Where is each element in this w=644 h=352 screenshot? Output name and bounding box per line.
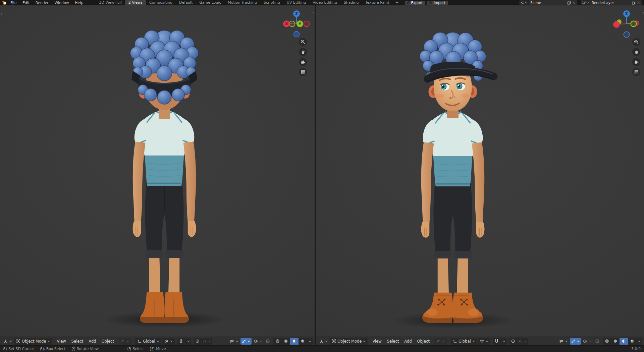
show-gizmo-toggle[interactable] <box>570 338 581 345</box>
export-button[interactable]: Export <box>405 1 425 5</box>
tab-scripting[interactable]: Scripting <box>260 0 283 5</box>
tab-2-views[interactable]: 2 Views <box>125 0 146 5</box>
menu-help[interactable]: Help <box>72 1 86 5</box>
proportional-circle-icon <box>511 339 515 343</box>
render-layer-name-field[interactable]: RenderLayer <box>590 0 642 5</box>
object-visibility-dropdown[interactable] <box>228 338 240 345</box>
toolbar-expand-icon[interactable]: › <box>1 12 2 16</box>
chevron-down-icon <box>187 340 190 342</box>
blender-logo-icon[interactable] <box>1 0 7 5</box>
menu-select[interactable]: Select <box>69 339 86 344</box>
proportional-editing-toggle[interactable] <box>194 338 201 345</box>
shading-material-preview-button[interactable] <box>620 338 628 345</box>
export-label: Export <box>411 1 423 5</box>
mode-dropdown[interactable]: Object Mode <box>330 338 368 345</box>
editor-type-dropdown[interactable] <box>318 338 329 345</box>
add-workspace-button[interactable]: + <box>392 0 401 5</box>
viewport-menus: View Select Add Object <box>54 339 117 344</box>
shading-rendered-button[interactable] <box>299 338 307 345</box>
tab-3d-view-full[interactable]: 3D View Full <box>96 0 125 5</box>
menu-file[interactable]: File <box>8 1 19 5</box>
pivot-point-dropdown[interactable] <box>478 338 490 345</box>
tab-shading[interactable]: Shading <box>340 0 362 5</box>
camera-view-icon[interactable] <box>299 58 307 66</box>
grid-ortho-icon[interactable] <box>632 68 640 76</box>
viewport-left: › ‹› <box>0 5 315 345</box>
character-model-front-view[interactable] <box>371 25 535 332</box>
pivot-point-dropdown[interactable] <box>162 338 175 345</box>
transform-orientation-dropdown[interactable]: Global <box>135 338 161 345</box>
mode-dropdown[interactable]: Object Mode <box>14 338 52 345</box>
render-layer-browse-button[interactable] <box>581 0 590 5</box>
region-corner-arrows-icon[interactable]: ‹ <box>643 11 644 14</box>
menu-window[interactable]: Window <box>52 1 71 5</box>
grid-ortho-icon[interactable] <box>299 68 307 76</box>
proportional-editing-toggle[interactable] <box>509 338 517 345</box>
menu-add[interactable]: Add <box>401 339 414 344</box>
viewport-right-canvas[interactable]: › ‹ <box>316 5 644 337</box>
shading-material-preview-button[interactable] <box>290 338 299 345</box>
proportional-falloff-dropdown[interactable] <box>201 338 212 345</box>
material-preview-sphere-icon <box>622 339 626 343</box>
zoom-icon[interactable] <box>299 38 307 46</box>
zoom-icon[interactable] <box>632 38 640 46</box>
tab-compositing[interactable]: Compositing <box>146 0 176 5</box>
navigation-gizmo[interactable]: Z X Y <box>282 9 311 40</box>
tab-uv-editing[interactable]: UV Editing <box>283 0 309 5</box>
render-layer-delete-button[interactable] <box>636 1 641 4</box>
export-import-buttons: Export Import <box>405 1 448 5</box>
shading-wireframe-button[interactable] <box>273 338 282 345</box>
proportional-falloff-dropdown[interactable] <box>517 338 528 345</box>
import-button[interactable]: Import <box>427 1 448 5</box>
workspace-tabs: 3D View Full 2 Views Compositing Default… <box>96 0 401 5</box>
tab-game-logic[interactable]: Game Logic <box>196 0 224 5</box>
object-visibility-dropdown[interactable] <box>557 338 569 345</box>
menu-add[interactable]: Add <box>86 339 99 344</box>
tab-default[interactable]: Default <box>176 0 196 5</box>
object-context-dropdown[interactable] <box>434 338 447 345</box>
xray-toggle[interactable] <box>594 338 601 345</box>
menu-view[interactable]: View <box>54 339 68 344</box>
navigation-gizmo[interactable]: Z <box>612 9 641 40</box>
scene-name-field[interactable]: Scene <box>529 0 577 5</box>
menu-object[interactable]: Object <box>99 339 117 344</box>
tab-texture-paint[interactable]: Texture Paint <box>362 0 392 5</box>
region-corner-arrows-icon[interactable]: ‹› <box>312 11 314 14</box>
toolbar-expand-icon[interactable]: › <box>316 12 318 16</box>
snap-toggle[interactable] <box>493 338 500 345</box>
tab-video-editing[interactable]: Video Editing <box>309 0 340 5</box>
transform-orientation-dropdown[interactable]: Global <box>451 338 477 345</box>
shading-wireframe-button[interactable] <box>603 338 611 345</box>
character-model-back-view[interactable] <box>82 25 247 332</box>
overlays-toggle[interactable] <box>582 338 593 345</box>
scene-new-button[interactable] <box>567 1 572 5</box>
tab-motion-tracking[interactable]: Motion Tracking <box>224 0 260 5</box>
chevron-down-icon <box>208 340 211 342</box>
shading-solid-button[interactable] <box>611 338 620 345</box>
pan-hand-icon[interactable] <box>299 48 307 56</box>
viewport-left-canvas[interactable]: › ‹› <box>0 5 315 337</box>
show-gizmo-toggle[interactable] <box>240 338 252 345</box>
menu-render[interactable]: Render <box>33 1 51 5</box>
scene-delete-button[interactable] <box>572 1 576 4</box>
editor-type-dropdown[interactable] <box>2 338 13 345</box>
scene-browse-button[interactable] <box>519 0 529 5</box>
camera-view-icon[interactable] <box>632 58 640 66</box>
menu-edit[interactable]: Edit <box>20 1 32 5</box>
shading-rendered-button[interactable] <box>628 338 636 345</box>
menu-select[interactable]: Select <box>384 339 401 344</box>
material-preview-sphere-icon <box>292 339 297 343</box>
menu-object[interactable]: Object <box>415 339 432 344</box>
object-context-dropdown[interactable] <box>119 338 131 345</box>
pan-hand-icon[interactable] <box>632 48 640 56</box>
snap-toggle[interactable] <box>177 338 184 345</box>
xray-toggle[interactable] <box>264 338 271 345</box>
snap-target-dropdown[interactable] <box>500 338 507 345</box>
overlays-toggle[interactable] <box>252 338 264 345</box>
shading-options-dropdown[interactable] <box>307 338 313 345</box>
menu-view[interactable]: View <box>370 339 384 344</box>
shading-solid-button[interactable] <box>282 338 290 345</box>
shading-options-dropdown[interactable] <box>636 338 642 345</box>
render-layer-new-button[interactable] <box>631 1 636 5</box>
snap-target-dropdown[interactable] <box>184 338 191 345</box>
